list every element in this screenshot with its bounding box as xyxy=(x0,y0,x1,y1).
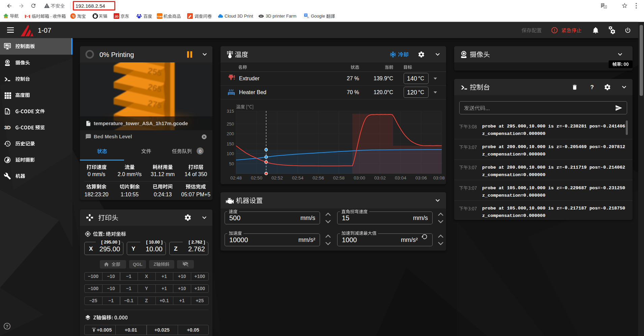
svg-text:?: ? xyxy=(6,324,8,329)
svg-text:A: A xyxy=(307,16,309,19)
svg-text:A: A xyxy=(605,5,606,8)
svg-text:JD: JD xyxy=(115,15,119,18)
svg-text:TEMU: TEMU xyxy=(157,16,163,18)
